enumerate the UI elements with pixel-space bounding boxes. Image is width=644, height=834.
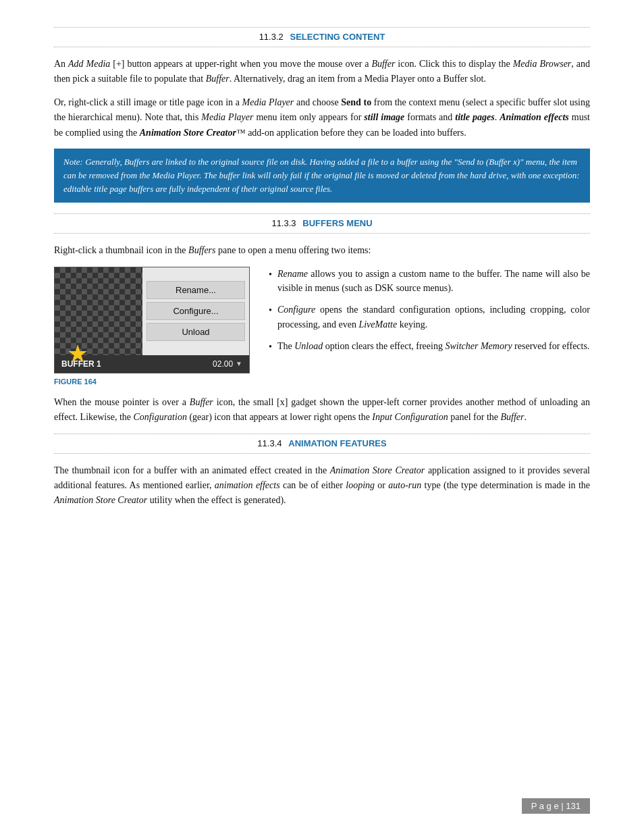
- buffer-time: 02.00 ▼: [213, 359, 242, 369]
- bullet-item-unload: The Unload option clears the effect, fre…: [269, 339, 590, 355]
- section-332-number: 11.3.2: [259, 32, 284, 42]
- section-333-header: 11.3.3 BUFFERS MENU: [54, 213, 590, 234]
- bullet-item-configure: Configure opens the standard configurati…: [269, 303, 590, 332]
- section-333-intro: Right-click a thumbnail icon in the Buff…: [54, 243, 590, 258]
- section-334-number: 11.3.4: [257, 438, 281, 448]
- section-334-para1: The thumbnail icon for a buffer with an …: [54, 463, 590, 509]
- menu-item-configure[interactable]: Configure...: [146, 302, 245, 320]
- buffer-screenshot-container: ★ Rename... Configure... Unload BUFFER 1…: [54, 267, 250, 386]
- buffer-screenshot: ★ Rename... Configure... Unload BUFFER 1…: [54, 267, 250, 373]
- note-text: Note: Generally, Buffers are linked to t…: [63, 157, 580, 194]
- section-332-para2: Or, right-click a still image or title p…: [54, 95, 590, 140]
- bullet-list: Rename allows you to assign a custom nam…: [269, 267, 590, 361]
- section-334-title: ANIMATION FEATURES: [288, 438, 386, 448]
- content-area: ★ Rename... Configure... Unload BUFFER 1…: [54, 267, 590, 386]
- section-333-title: BUFFERS MENU: [302, 218, 372, 228]
- page-footer: P a g e | 131: [522, 798, 590, 814]
- menu-item-unload[interactable]: Unload: [146, 323, 245, 341]
- section-332-para1: An Add Media [+] button appears at upper…: [54, 57, 590, 87]
- bullet-item-rename: Rename allows you to assign a custom nam…: [269, 267, 590, 296]
- note-box: Note: Generally, Buffers are linked to t…: [54, 149, 590, 203]
- dropdown-arrow-icon: ▼: [236, 360, 242, 367]
- menu-item-rename[interactable]: Rename...: [146, 281, 245, 299]
- page: 11.3.2 SELECTING CONTENT An Add Media [+…: [0, 0, 644, 834]
- section-333-para-after: When the mouse pointer is over a Buffer …: [54, 395, 590, 425]
- section-332-header: 11.3.2 SELECTING CONTENT: [54, 27, 590, 47]
- buffer-top: ★ Rename... Configure... Unload: [55, 267, 249, 355]
- buffer-time-value: 02.00: [213, 359, 233, 369]
- section-332-title: SELECTING CONTENT: [290, 32, 385, 42]
- section-334-header: 11.3.4 ANIMATION FEATURES: [54, 434, 590, 454]
- checker-background: ★: [55, 267, 142, 355]
- menu-panel: Rename... Configure... Unload: [142, 267, 249, 355]
- section-333-number: 11.3.3: [271, 218, 296, 228]
- figure-label: FIGURE 164: [54, 377, 250, 386]
